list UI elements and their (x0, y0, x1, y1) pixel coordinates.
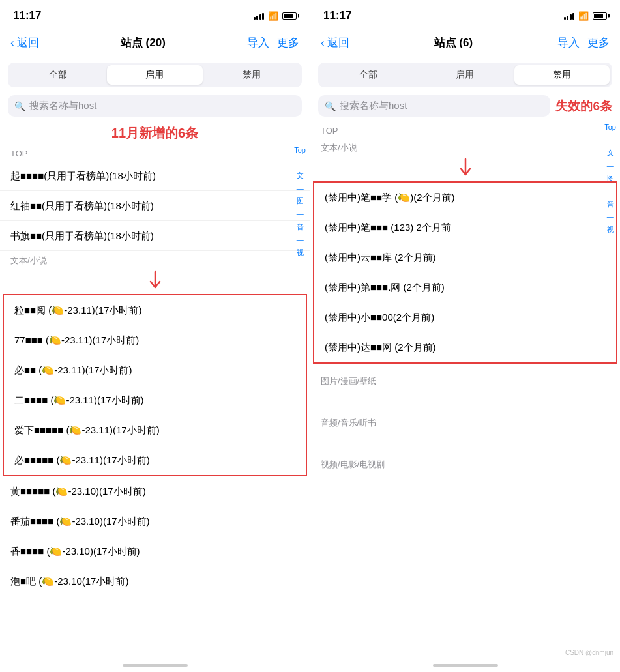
list-item-b-0[interactable]: 黄■■■■■ (🍋-23.10)(17小时前) (0, 476, 310, 506)
section-image-right: 图片/漫画/壁纸 (310, 372, 620, 390)
status-time-left: 11:17 (13, 9, 41, 22)
list-item-h-1[interactable]: 77■■■ (🍋-23.11)(17小时前) (4, 325, 306, 355)
tab-disabled-right[interactable]: 禁用 (514, 65, 610, 85)
status-icons-left: 📶 (254, 11, 297, 21)
chevron-left-icon-right: ‹ (321, 37, 325, 50)
list-item-h-4[interactable]: 爱下■■■■■ (🍋-23.11)(17小时前) (4, 415, 306, 445)
search-placeholder-right: 搜索名称与host (340, 100, 407, 112)
search-bar-left[interactable]: 🔍 搜索名称与host (8, 95, 302, 117)
nav-bar-left: ‹ 返回 站点 (20) 导入 更多 (0, 29, 310, 57)
fail-badge: 失效的6条 (555, 98, 612, 115)
list-item-b-2[interactable]: 香■■■■ (🍋-23.10)(17小时前) (0, 536, 310, 566)
list-item-rh-5[interactable]: (禁用中)达■■网 (2个月前) (314, 332, 616, 362)
scroll-area-left[interactable]: TOP 起■■■■(只用于看榜单)(18小时前) 红袖■■(只用于看榜单)(18… (0, 145, 310, 659)
watermark: CSDN @dnmjun (565, 649, 613, 656)
list-item-rh-1[interactable]: (禁用中)笔■■■ (123) 2个月前 (314, 212, 616, 242)
back-label-left: 返回 (17, 35, 39, 50)
arrow-down-annotation-left (0, 269, 310, 294)
search-icon-left: 🔍 (14, 101, 25, 111)
nav-title-left: 站点 (20) (121, 35, 166, 50)
more-button-left[interactable]: 更多 (277, 35, 299, 50)
search-icon-right: 🔍 (325, 101, 336, 111)
chevron-left-icon-left: ‹ (10, 37, 14, 50)
status-time-right: 11:17 (323, 9, 351, 22)
tab-bar-right: 全部 启用 禁用 (318, 63, 612, 87)
status-bar-right: 11:17 📶 (310, 0, 620, 29)
list-item-b-1[interactable]: 番茄■■■■ (🍋-23.10)(17小时前) (0, 506, 310, 536)
section-audio-spacer (310, 431, 620, 455)
section-top-right: TOP (310, 122, 620, 138)
back-button-right[interactable]: ‹ 返回 (321, 35, 349, 50)
status-icons-right: 📶 (564, 11, 608, 21)
list-item-h-0[interactable]: 粒■■阅 (🍋-23.11)(17小时前) (4, 295, 306, 325)
import-button-left[interactable]: 导入 (247, 35, 269, 50)
wifi-icon-right: 📶 (578, 11, 589, 21)
status-bar-left: 11:17 📶 (0, 0, 310, 29)
tab-all-left[interactable]: 全部 (10, 65, 106, 85)
list-item-h-2[interactable]: 必■■ (🍋-23.11)(17小时前) (4, 355, 306, 385)
list-item-rh-3[interactable]: (禁用中)第■■■.网 (2个月前) (314, 272, 616, 302)
list-item-top-1[interactable]: 红袖■■(只用于看榜单)(18小时前) (0, 191, 310, 221)
list-item-top-0[interactable]: 起■■■■(只用于看榜单)(18小时前) (0, 161, 310, 191)
list-item-rh-0[interactable]: (禁用中)笔■■学 (🍋)(2个月前) (314, 183, 616, 212)
list-item-b-3[interactable]: 泡■吧 (🍋-23.10(17小时前) (0, 566, 310, 596)
nav-actions-right: 导入 更多 (557, 35, 610, 50)
search-bar-right[interactable]: 🔍 搜索名称与host (318, 95, 550, 117)
tab-enabled-left[interactable]: 启用 (107, 65, 202, 85)
home-indicator-left (0, 659, 310, 672)
side-index-left: Top — 文 — 图 — 音 — 视 (294, 145, 306, 258)
side-index-right: Top — 文 — 图 — 音 — 视 (604, 122, 616, 235)
section-audio-right: 音频/音乐/听书 (310, 413, 620, 431)
tab-disabled-left[interactable]: 禁用 (204, 65, 299, 85)
list-item-rh-4[interactable]: (禁用中)小■■00(2个月前) (314, 302, 616, 332)
annotation-new-items: 11月新增的6条 (0, 122, 310, 145)
battery-icon-right (593, 12, 607, 20)
arrow-down-annotation-right (310, 156, 620, 181)
search-placeholder-left: 搜索名称与host (29, 100, 96, 112)
list-item-rh-2[interactable]: (禁用中)云■■库 (2个月前) (314, 242, 616, 272)
section-novel-left: 文本/小说 (0, 251, 310, 269)
highlighted-items-left: 粒■■阅 (🍋-23.11)(17小时前) 77■■■ (🍋-23.11)(17… (3, 294, 307, 476)
list-item-top-2[interactable]: 书旗■■(只用于看榜单)(18小时前) (0, 221, 310, 251)
more-button-right[interactable]: 更多 (587, 35, 610, 50)
signal-icon-left (254, 12, 265, 20)
back-label-right: 返回 (327, 35, 349, 50)
tab-enabled-right[interactable]: 启用 (417, 65, 512, 85)
nav-bar-right: ‹ 返回 站点 (6) 导入 更多 (310, 29, 620, 57)
signal-icon-right (564, 12, 575, 20)
list-item-h-3[interactable]: 二■■■■ (🍋-23.11)(17小时前) (4, 385, 306, 415)
list-item-h-5[interactable]: 必■■■■■ (🍋-23.11)(17小时前) (4, 445, 306, 475)
back-button-left[interactable]: ‹ 返回 (10, 35, 39, 50)
nav-actions-left: 导入 更多 (247, 35, 299, 50)
nav-title-right: 站点 (6) (434, 35, 473, 50)
tab-all-right[interactable]: 全部 (321, 65, 416, 85)
home-indicator-right (310, 659, 620, 672)
section-novel-right: 文本/小说 (310, 138, 620, 156)
wifi-icon-left: 📶 (268, 11, 278, 21)
section-top-left: TOP (0, 145, 310, 161)
section-image-spacer (310, 390, 620, 413)
section-video-right: 视频/电影/电视剧 (310, 455, 620, 473)
import-button-right[interactable]: 导入 (557, 35, 580, 50)
search-row-right: 🔍 搜索名称与host 失效的6条 (318, 95, 612, 117)
battery-icon-left (282, 12, 297, 20)
scroll-area-right[interactable]: TOP 文本/小说 (禁用中)笔■■学 (🍋)(2个月前) (禁用中)笔■■■ … (310, 122, 620, 659)
tab-bar-left: 全部 启用 禁用 (8, 63, 302, 87)
highlighted-items-right: (禁用中)笔■■学 (🍋)(2个月前) (禁用中)笔■■■ (123) 2个月前… (313, 181, 617, 364)
